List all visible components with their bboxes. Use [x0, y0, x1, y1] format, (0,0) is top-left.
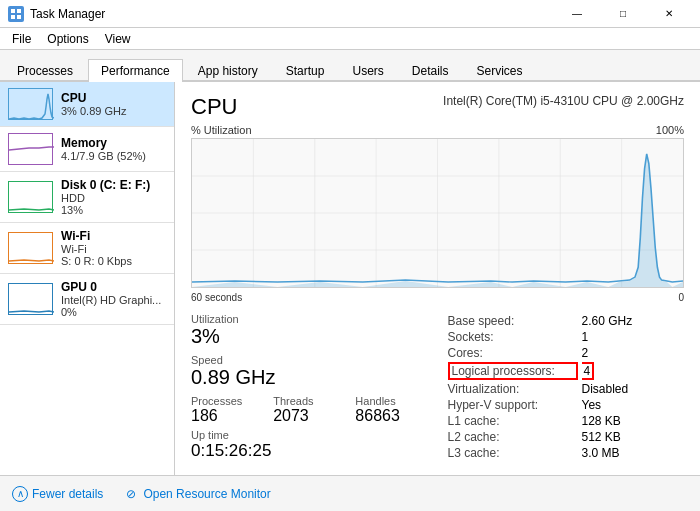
- sidebar-item-mem[interactable]: Memory4.1/7.9 GB (52%): [0, 127, 174, 172]
- svg-rect-1: [17, 9, 21, 13]
- resource-monitor-icon: ⊘: [123, 486, 139, 502]
- hyper-v-row: Hyper-V support: Yes: [448, 397, 685, 413]
- menubar: FileOptionsView: [0, 28, 700, 50]
- speed-stat: Speed 0.89 GHz: [191, 354, 438, 389]
- logical-processors-row: Logical processors: 4: [448, 361, 685, 381]
- footer: ∧ Fewer details ⊘ Open Resource Monitor: [0, 475, 700, 511]
- stats-left: Utilization 3% Speed 0.89 GHz Processes …: [191, 313, 438, 461]
- panel-title: CPU: [191, 94, 237, 120]
- uptime-stat: Up time 0:15:26:25: [191, 429, 438, 461]
- tabbar: ProcessesPerformanceApp historyStartupUs…: [0, 50, 700, 82]
- sidebar-item-disk[interactable]: Disk 0 (C: E: F:)HDD13%: [0, 172, 174, 223]
- maximize-button[interactable]: □: [600, 0, 646, 28]
- sidebar-item-name-gpu: GPU 0: [61, 280, 166, 294]
- svg-rect-3: [17, 15, 21, 19]
- utilization-stat: Utilization 3%: [191, 313, 438, 348]
- tab-performance[interactable]: Performance: [88, 59, 183, 82]
- resource-monitor-link[interactable]: ⊘ Open Resource Monitor: [123, 486, 270, 502]
- sidebar-item-info-gpu: GPU 0Intel(R) HD Graphi...0%: [61, 280, 166, 318]
- virtualization-row: Virtualization: Disabled: [448, 381, 685, 397]
- cpu-panel: CPU Intel(R) Core(TM) i5-4310U CPU @ 2.0…: [175, 82, 700, 475]
- graph-y-label: % Utilization 100%: [191, 124, 684, 136]
- sidebar-item-sub-mem: 4.1/7.9 GB (52%): [61, 150, 166, 162]
- titlebar: Task Manager — □ ✕: [0, 0, 700, 28]
- tab-app-history[interactable]: App history: [185, 59, 271, 82]
- sidebar-item-sub-wifi: Wi-Fi: [61, 243, 166, 255]
- sidebar: CPU3% 0.89 GHzMemory4.1/7.9 GB (52%)Disk…: [0, 82, 175, 475]
- sidebar-item-info-cpu: CPU3% 0.89 GHz: [61, 91, 166, 117]
- cores-row: Cores: 2: [448, 345, 685, 361]
- main-content: CPU3% 0.89 GHzMemory4.1/7.9 GB (52%)Disk…: [0, 82, 700, 475]
- sidebar-item-name-disk: Disk 0 (C: E: F:): [61, 178, 166, 192]
- sidebar-item-sub2-disk: 13%: [61, 204, 166, 216]
- menu-item-options[interactable]: Options: [39, 30, 96, 48]
- titlebar-left: Task Manager: [8, 6, 105, 22]
- svg-rect-2: [11, 15, 15, 19]
- tab-processes[interactable]: Processes: [4, 59, 86, 82]
- panel-header: CPU Intel(R) Core(TM) i5-4310U CPU @ 2.0…: [191, 94, 684, 120]
- sidebar-item-name-cpu: CPU: [61, 91, 166, 105]
- svg-rect-0: [11, 9, 15, 13]
- sidebar-item-info-mem: Memory4.1/7.9 GB (52%): [61, 136, 166, 162]
- sockets-row: Sockets: 1: [448, 329, 685, 345]
- sidebar-item-cpu[interactable]: CPU3% 0.89 GHz: [0, 82, 174, 127]
- tab-startup[interactable]: Startup: [273, 59, 338, 82]
- processes-stat: Processes 186: [191, 395, 273, 425]
- titlebar-controls: — □ ✕: [554, 0, 692, 28]
- tab-details[interactable]: Details: [399, 59, 462, 82]
- sidebar-item-info-wifi: Wi-FiWi-FiS: 0 R: 0 Kbps: [61, 229, 166, 267]
- sidebar-item-gpu[interactable]: GPU 0Intel(R) HD Graphi...0%: [0, 274, 174, 325]
- task-manager-icon: [8, 6, 24, 22]
- tab-users[interactable]: Users: [339, 59, 396, 82]
- sidebar-item-sub-gpu: Intel(R) HD Graphi...: [61, 294, 166, 306]
- fewer-details-icon: ∧: [12, 486, 28, 502]
- l2-cache-row: L2 cache: 512 KB: [448, 429, 685, 445]
- cpu-graph: [191, 138, 684, 288]
- l3-cache-row: L3 cache: 3.0 MB: [448, 445, 685, 461]
- minimize-button[interactable]: —: [554, 0, 600, 28]
- sidebar-item-name-wifi: Wi-Fi: [61, 229, 166, 243]
- sidebar-item-sub2-gpu: 0%: [61, 306, 166, 318]
- panel-subtitle: Intel(R) Core(TM) i5-4310U CPU @ 2.00GHz: [443, 94, 684, 108]
- tab-services[interactable]: Services: [464, 59, 536, 82]
- sidebar-item-name-mem: Memory: [61, 136, 166, 150]
- process-stats: Processes 186 Threads 2073 Handles 86863: [191, 395, 438, 425]
- fewer-details-link[interactable]: ∧ Fewer details: [12, 486, 103, 502]
- sidebar-item-sub2-wifi: S: 0 R: 0 Kbps: [61, 255, 166, 267]
- graph-time-label: 60 seconds 0: [191, 292, 684, 303]
- sidebar-item-sub-cpu: 3% 0.89 GHz: [61, 105, 166, 117]
- handles-stat: Handles 86863: [355, 395, 437, 425]
- l1-cache-row: L1 cache: 128 KB: [448, 413, 685, 429]
- threads-stat: Threads 2073: [273, 395, 355, 425]
- sidebar-item-wifi[interactable]: Wi-FiWi-FiS: 0 R: 0 Kbps: [0, 223, 174, 274]
- base-speed-row: Base speed: 2.60 GHz: [448, 313, 685, 329]
- detail-table: Base speed: 2.60 GHz Sockets: 1 Cores: 2…: [438, 313, 685, 461]
- sidebar-item-sub-disk: HDD: [61, 192, 166, 204]
- sidebar-item-info-disk: Disk 0 (C: E: F:)HDD13%: [61, 178, 166, 216]
- window-title: Task Manager: [30, 7, 105, 21]
- close-button[interactable]: ✕: [646, 0, 692, 28]
- menu-item-file[interactable]: File: [4, 30, 39, 48]
- menu-item-view[interactable]: View: [97, 30, 139, 48]
